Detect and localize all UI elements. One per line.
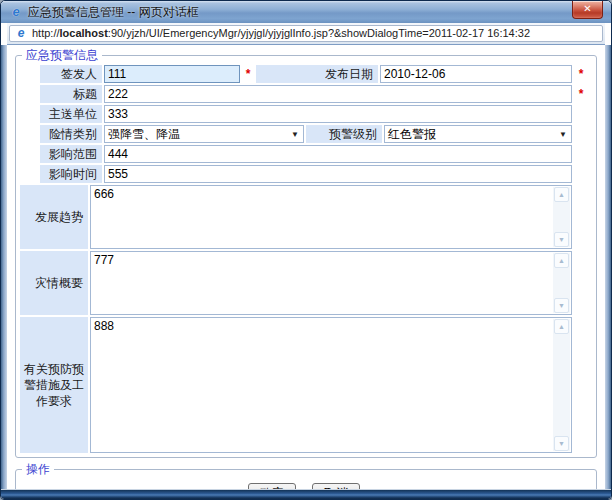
publish-date-label: 发布日期	[256, 65, 378, 83]
disaster-summary-label: 灾情概要	[20, 251, 88, 315]
title-required-marker: *	[574, 85, 588, 103]
warning-level-label: 预警级别	[306, 125, 382, 143]
warning-level-value: 红色警报	[388, 126, 436, 143]
development-trend-textarea[interactable]: 666 ▲ ▼	[90, 185, 572, 249]
field-row-main-recipient: 主送单位	[20, 105, 588, 123]
field-row-issuer-date: 签发人 * 发布日期 *	[20, 65, 588, 83]
title-input[interactable]	[104, 85, 572, 103]
chevron-down-icon: ▼	[559, 126, 567, 142]
field-row-development-trend: 发展趋势 666 ▲ ▼	[20, 185, 588, 249]
impact-scope-label: 影响范围	[40, 145, 102, 163]
publish-date-required-marker: *	[574, 65, 588, 83]
chevron-down-icon: ▼	[291, 126, 299, 142]
scroll-up-icon[interactable]: ▲	[554, 253, 569, 268]
cancel-button[interactable]: 取消	[312, 483, 360, 489]
field-row-title: 标题 *	[20, 85, 588, 103]
warning-level-select[interactable]: 红色警报 ▼	[384, 125, 572, 143]
impact-time-label: 影响时间	[40, 165, 102, 183]
scroll-down-icon[interactable]: ▼	[554, 232, 569, 247]
ie-icon: e	[9, 5, 23, 19]
window-title: 应急预警信息管理 -- 网页对话框	[28, 4, 199, 21]
impact-time-input[interactable]	[104, 165, 572, 183]
issuer-label: 签发人	[40, 65, 102, 83]
disaster-summary-textarea[interactable]: 777 ▲ ▼	[90, 251, 572, 315]
window-frame: 应急预警信息 签发人 * 发布日期 * 标题	[1, 45, 611, 489]
publish-date-input[interactable]	[380, 65, 572, 83]
page-content: 应急预警信息 签发人 * 发布日期 * 标题	[7, 45, 605, 489]
actions-fieldset: 操作 确定 取消	[15, 461, 597, 489]
danger-category-value: 强降雪、降温	[108, 126, 180, 143]
danger-category-label: 险情类别	[40, 125, 102, 143]
window-bottom-border	[1, 489, 611, 499]
issuer-input[interactable]	[104, 65, 240, 83]
address-bar: e http://localhost:90/yjzh/UI/EmergencyM…	[7, 23, 605, 45]
textarea-scrollbar[interactable]: ▲ ▼	[553, 253, 570, 313]
title-label: 标题	[40, 85, 102, 103]
disaster-summary-value: 777	[94, 253, 551, 313]
field-row-impact-scope: 影响范围	[20, 145, 588, 163]
url-prefix: http://	[32, 27, 60, 39]
field-row-prevention-measures: 有关预防预警措施及工作要求 888 ▲ ▼	[20, 317, 588, 453]
url-text: http://localhost:90/yjzh/UI/EmergencyMgr…	[32, 27, 530, 39]
field-row-category-level: 险情类别 强降雪、降温 ▼ 预警级别 红色警报 ▼	[20, 125, 588, 143]
warning-info-legend: 应急预警信息	[22, 47, 102, 64]
address-box: e http://localhost:90/yjzh/UI/EmergencyM…	[9, 25, 603, 42]
textarea-scrollbar[interactable]: ▲ ▼	[553, 319, 570, 451]
actions-legend: 操作	[22, 461, 54, 478]
url-rest: :90/yjzh/UI/EmergencyMgr/yjyjgl/yjyjglIn…	[108, 27, 530, 39]
scroll-down-icon[interactable]: ▼	[554, 436, 569, 451]
prevention-measures-value: 888	[94, 319, 551, 451]
title-bar: e 应急预警信息管理 -- 网页对话框 ✕	[1, 1, 611, 23]
scroll-up-icon[interactable]: ▲	[554, 319, 569, 334]
development-trend-label: 发展趋势	[20, 185, 88, 249]
warning-info-fieldset: 应急预警信息 签发人 * 发布日期 * 标题	[15, 47, 597, 458]
main-recipient-input[interactable]	[104, 105, 572, 123]
development-trend-value: 666	[94, 187, 551, 247]
url-host: localhost	[60, 27, 108, 39]
ie-icon: e	[14, 26, 28, 40]
scroll-down-icon[interactable]: ▼	[554, 298, 569, 313]
issuer-required-marker: *	[242, 65, 254, 83]
scroll-up-icon[interactable]: ▲	[554, 187, 569, 202]
prevention-measures-label: 有关预防预警措施及工作要求	[20, 317, 88, 453]
prevention-measures-textarea[interactable]: 888 ▲ ▼	[90, 317, 572, 453]
field-row-disaster-summary: 灾情概要 777 ▲ ▼	[20, 251, 588, 315]
field-row-impact-time: 影响时间	[20, 165, 588, 183]
main-recipient-label: 主送单位	[40, 105, 102, 123]
ok-button[interactable]: 确定	[248, 483, 296, 489]
danger-category-select[interactable]: 强降雪、降温 ▼	[104, 125, 304, 143]
dialog-window: e 应急预警信息管理 -- 网页对话框 ✕ e http://localhost…	[0, 0, 612, 500]
close-button[interactable]: ✕	[572, 1, 603, 19]
impact-scope-input[interactable]	[104, 145, 572, 163]
textarea-scrollbar[interactable]: ▲ ▼	[553, 187, 570, 247]
